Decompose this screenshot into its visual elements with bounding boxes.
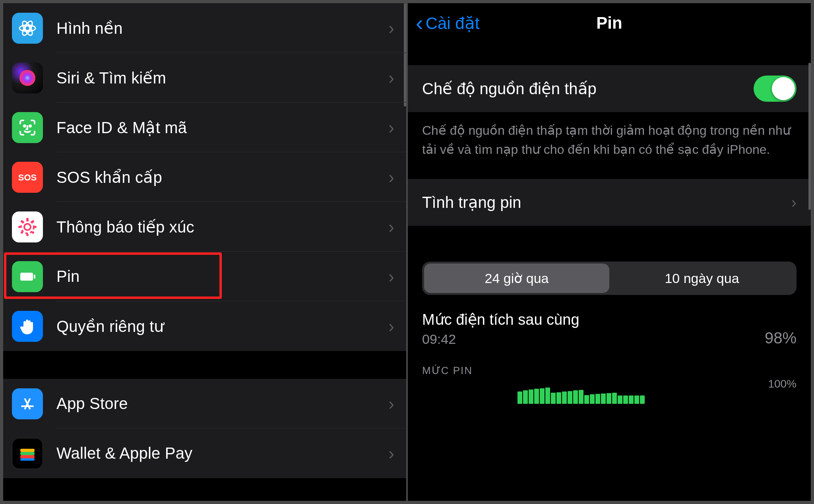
back-label: Cài đặt (426, 14, 480, 33)
chevron-right-icon: › (791, 194, 797, 211)
settings-row-label: Face ID & Mật mã (56, 118, 388, 137)
chart-bar (523, 390, 528, 404)
group-separator (3, 351, 406, 379)
low-power-mode-description: Chế độ nguồn điện thấp tạm thời giảm hoạ… (408, 112, 811, 171)
svg-text:SOS: SOS (18, 173, 37, 182)
battery-health-label: Tình trạng pin (422, 193, 791, 211)
last-charge-percent: 98% (765, 329, 797, 347)
svg-rect-18 (20, 273, 33, 281)
chart-bar (573, 390, 578, 404)
low-power-mode-label: Chế độ nguồn điện thấp (422, 79, 754, 98)
chart-bar (629, 395, 634, 404)
chevron-right-icon: › (388, 68, 394, 88)
settings-group-1: Hình nền›Siri & Tìm kiếm›Face ID & Mật m… (3, 3, 406, 351)
settings-row-exposure[interactable]: Thông báo tiếp xúc› (3, 202, 406, 252)
battery-icon (12, 261, 43, 292)
chart-ymax-label: 100% (768, 378, 797, 390)
settings-row-label: Thông báo tiếp xúc (56, 218, 388, 236)
chart-bar (618, 395, 622, 404)
svg-point-5 (24, 125, 25, 127)
chevron-right-icon: › (388, 444, 394, 463)
settings-row-wallpaper[interactable]: Hình nền› (3, 3, 406, 53)
segment-10d[interactable]: 10 ngày qua (609, 264, 795, 293)
svg-point-15 (32, 220, 34, 223)
chevron-right-icon: › (388, 217, 394, 237)
chevron-right-icon: › (388, 18, 394, 38)
hand-icon (12, 311, 43, 342)
last-charge-title: Mức điện tích sau cùng (422, 311, 765, 328)
chevron-right-icon: › (388, 394, 394, 414)
chart-bar (640, 395, 645, 404)
settings-row-siri[interactable]: Siri & Tìm kiếm› (3, 53, 406, 103)
svg-rect-22 (20, 455, 35, 458)
svg-point-9 (21, 221, 34, 233)
settings-row-appstore[interactable]: App Store› (3, 379, 406, 428)
settings-row-label: Quyền riêng tư (56, 317, 388, 335)
chart-bar (584, 395, 589, 404)
chevron-right-icon: › (388, 118, 394, 138)
settings-list-pane: Hình nền›Siri & Tìm kiếm›Face ID & Mật m… (3, 3, 407, 501)
last-charge-block: Mức điện tích sau cùng 09:42 98% (408, 307, 811, 359)
settings-row-battery[interactable]: Pin› (3, 252, 406, 301)
low-power-mode-row[interactable]: Chế độ nguồn điện thấp (408, 65, 811, 112)
faceid-icon (12, 112, 43, 143)
chart-bar (623, 395, 628, 404)
settings-group-2: App Store›Wallet & Apple Pay› (3, 379, 406, 478)
svg-rect-23 (20, 458, 35, 461)
low-power-mode-toggle[interactable] (754, 76, 797, 102)
chart-bar (551, 393, 556, 404)
chart-bar (556, 392, 561, 404)
chart-bar (607, 393, 611, 404)
svg-rect-20 (20, 449, 35, 452)
svg-point-0 (25, 26, 30, 31)
battery-detail-pane: ‹ Cài đặt Pin Chế độ nguồn điện thấp Chế… (407, 3, 811, 501)
svg-point-14 (21, 220, 23, 223)
chart-bar (529, 390, 533, 404)
chevron-left-icon: ‹ (416, 12, 423, 34)
chart-bar (634, 395, 639, 404)
time-range-segmented-control[interactable]: 24 giờ qua 10 ngày qua (422, 262, 797, 295)
svg-point-12 (18, 226, 21, 228)
chart-bar (517, 392, 522, 404)
battery-health-row[interactable]: Tình trạng pin › (408, 179, 811, 226)
svg-point-8 (24, 224, 31, 230)
svg-point-13 (34, 226, 37, 228)
chart-section-label: MỨC PIN (422, 364, 797, 377)
chart-bar (562, 392, 567, 404)
settings-row-label: SOS khẩn cấp (56, 168, 388, 186)
chevron-right-icon: › (388, 267, 394, 287)
last-charge-time: 09:42 (422, 331, 765, 347)
back-button[interactable]: ‹ Cài đặt (416, 12, 479, 34)
navbar: ‹ Cài đặt Pin (408, 3, 811, 43)
svg-point-16 (21, 231, 23, 234)
svg-point-11 (26, 234, 29, 236)
exposure-icon (12, 211, 43, 242)
svg-point-10 (26, 218, 29, 220)
chart-bar (579, 390, 583, 404)
settings-row-sos[interactable]: SOSSOS khẩn cấp› (3, 152, 406, 202)
settings-row-label: Hình nền (56, 19, 388, 37)
chart-bar (534, 389, 539, 404)
chart-bar (545, 388, 550, 404)
svg-point-17 (32, 231, 34, 234)
svg-rect-21 (20, 452, 35, 455)
appstore-icon (12, 388, 43, 419)
chart-bar (590, 394, 595, 404)
settings-row-label: Wallet & Apple Pay (56, 444, 388, 462)
chart-bar (601, 394, 606, 404)
settings-row-privacy[interactable]: Quyền riêng tư› (3, 301, 406, 351)
battery-level-chart: MỨC PIN 100% (408, 359, 811, 404)
settings-row-wallet[interactable]: Wallet & Apple Pay› (3, 428, 406, 478)
settings-row-label: App Store (56, 395, 388, 413)
segment-24h[interactable]: 24 giờ qua (424, 264, 609, 293)
chevron-right-icon: › (388, 167, 394, 187)
flower-icon (12, 13, 43, 44)
chart-bar (595, 394, 600, 404)
settings-row-faceid[interactable]: Face ID & Mật mã› (3, 103, 406, 152)
chart-bar (540, 388, 545, 404)
svg-point-6 (29, 125, 31, 127)
settings-row-label: Siri & Tìm kiếm (56, 69, 388, 87)
wallet-icon (12, 438, 43, 469)
chart-bar (612, 393, 617, 404)
svg-rect-19 (34, 275, 35, 279)
